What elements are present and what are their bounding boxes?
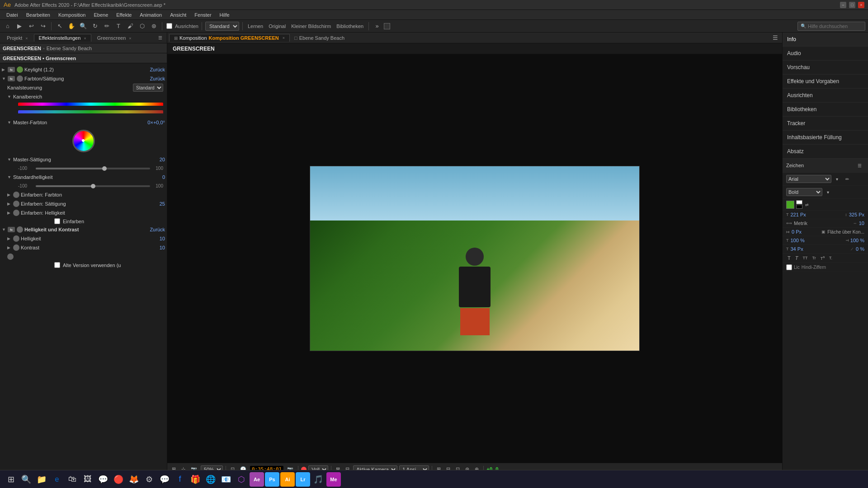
typo-TT[interactable]: TT <box>801 255 809 261</box>
fill-type[interactable]: Fläche über Kon... <box>827 230 864 235</box>
project-tab[interactable]: Projekt × <box>2 34 33 42</box>
font-edit-btn[interactable]: ✏ <box>842 174 852 184</box>
style-dropdown[interactable]: ▾ <box>824 187 831 197</box>
font-size-right[interactable]: 325 Px <box>849 212 864 217</box>
hue-wheel[interactable] <box>72 130 95 152</box>
standardhelligkeit-row[interactable]: ▼ Standardhelligkeit 0 <box>0 173 167 182</box>
farbton-reset[interactable]: Zurück <box>150 76 165 81</box>
menu-fenster[interactable]: Fenster <box>191 11 215 19</box>
home-button[interactable]: ⌂ <box>3 21 13 31</box>
rotate-tool[interactable]: ↻ <box>90 21 100 31</box>
typo-T4[interactable]: T. <box>828 255 834 261</box>
kontrast-value[interactable]: 10 <box>160 245 165 250</box>
right-bibliotheken[interactable]: Bibliotheken <box>783 103 868 117</box>
kontrast-row[interactable]: ▶ Kontrast 10 <box>0 243 167 252</box>
metric-val[interactable]: Metrik <box>794 221 807 226</box>
typo-Tr[interactable]: Tr <box>811 255 817 261</box>
style-select[interactable]: Bold <box>786 188 822 196</box>
typo-T1[interactable]: T <box>786 255 792 261</box>
comp-main-tab[interactable]: ⊞ Komposition Komposition GREENSCREEN × <box>169 34 290 42</box>
typo-T2[interactable]: T <box>794 255 800 261</box>
menu-ebene[interactable]: Ebene <box>90 11 112 19</box>
helligkeit-kontrast-row[interactable]: ▼ fx Helligkeit und Kontrast Zurück <box>0 225 167 234</box>
taskbar-app3[interactable]: 🎁 <box>188 472 203 487</box>
fill-color[interactable] <box>786 201 794 209</box>
hue-wheel-container[interactable] <box>0 127 167 155</box>
taskbar-messenger[interactable]: 💬 <box>157 472 172 487</box>
libraries-label[interactable]: Bibliotheken <box>335 23 365 29</box>
toolbar-btn-3[interactable]: ↩ <box>26 21 36 31</box>
einfarben-farbton-row[interactable]: ▶ Einfarben: Farbton <box>0 190 167 199</box>
taskbar-firefox[interactable]: 🦊 <box>127 472 141 487</box>
taskbar-app2[interactable]: ⚙ <box>142 472 156 487</box>
taskbar-files[interactable]: 📁 <box>34 472 49 487</box>
kanalbereich-row[interactable]: ▼ Kanalbereich <box>0 92 167 101</box>
hk-reset[interactable]: Zurück <box>150 227 165 232</box>
taskbar-lr[interactable]: Lr <box>296 472 310 487</box>
text-tool[interactable]: T <box>113 21 123 31</box>
comp-tab-close[interactable]: × <box>283 36 285 40</box>
taskbar-windows[interactable]: ⊞ <box>4 472 18 487</box>
small-screen-label[interactable]: Kleiner Bildschirm <box>289 23 333 29</box>
menu-effekte[interactable]: Effekte <box>113 11 135 19</box>
effects-tab-close[interactable]: × <box>84 36 86 41</box>
preview-area[interactable] <box>167 54 782 463</box>
farbton-row[interactable]: ▼ fx Farbton/Sättigung Zurück <box>0 74 167 83</box>
select-tool[interactable]: ↖ <box>55 21 65 31</box>
brush-tool[interactable]: 🖌 <box>125 21 135 31</box>
einfarben-checkbox[interactable] <box>54 218 60 224</box>
toolbar-btn-2[interactable]: ▶ <box>14 21 24 31</box>
taskbar-photos[interactable]: 🖼 <box>80 472 95 487</box>
taskbar-search[interactable]: 🔍 <box>19 472 33 487</box>
original-label[interactable]: Original <box>267 23 288 29</box>
char-panel-menu[interactable]: ☰ <box>854 160 864 170</box>
taskbar-app5[interactable]: 🎵 <box>311 472 326 487</box>
keylight-reset[interactable]: Zurück <box>150 67 165 72</box>
taskbar-app4[interactable]: ⬡ <box>234 472 249 487</box>
taskbar-browser[interactable]: 🌐 <box>203 472 218 487</box>
project-tab-close[interactable]: × <box>25 36 28 41</box>
right-inhaltsbasiert[interactable]: Inhaltsbasierte Füllung <box>783 131 868 145</box>
menu-ansicht[interactable]: Ansicht <box>166 11 190 19</box>
taskbar-edge[interactable]: e <box>50 472 64 487</box>
taskbar-ai[interactable]: Ai <box>280 472 295 487</box>
master-sattigung-thumb[interactable] <box>102 166 107 171</box>
einfarben-sattigung-value[interactable]: 25 <box>160 201 165 206</box>
keylight-row[interactable]: ▶ fx Keylight (1.2) Zurück <box>0 65 167 74</box>
master-farbton-row[interactable]: ▼ Master-Farbton 0×+0,0° <box>0 118 167 127</box>
stroke-color-black[interactable] <box>796 205 802 209</box>
indent-val[interactable]: 0 Px <box>792 229 802 235</box>
learn-label[interactable]: Lernen <box>246 23 265 29</box>
menu-komposition[interactable]: Komposition <box>55 11 90 19</box>
swap-icon[interactable]: ⇄ <box>805 202 809 207</box>
taskbar-facebook[interactable]: f <box>173 472 187 487</box>
skew-val[interactable]: 0 % <box>856 246 864 252</box>
right-vorschau[interactable]: Vorschau <box>783 61 868 75</box>
font-select[interactable]: Arial <box>786 175 831 183</box>
taskbar-ps[interactable]: Ps <box>265 472 279 487</box>
panel-menu-btn[interactable]: ☰ <box>155 33 165 43</box>
right-info[interactable]: Info <box>783 33 868 47</box>
standardhelligkeit-track[interactable] <box>36 185 150 187</box>
master-farbton-value[interactable]: 0×+0,0° <box>147 120 165 125</box>
greenscreen-tab-close[interactable]: × <box>129 36 131 41</box>
master-sattigung-value[interactable]: 20 <box>160 157 165 162</box>
kanalsteuerung-select[interactable]: Standard <box>133 84 163 92</box>
font-dropdown[interactable]: ▾ <box>833 174 840 184</box>
workspace-select[interactable]: Standard <box>205 22 239 31</box>
menu-hilfe[interactable]: Hilfe <box>216 11 233 19</box>
puppet-tool[interactable]: ⊛ <box>149 21 159 31</box>
shape-tool[interactable]: ⬡ <box>137 21 147 31</box>
alte-version-checkbox[interactable] <box>54 262 60 268</box>
effects-tab[interactable]: Effekteinstellungen × <box>34 34 91 42</box>
taskbar-whatsapp[interactable]: 💬 <box>96 472 110 487</box>
taskbar-app1[interactable]: 🔴 <box>111 472 126 487</box>
zoom-tool[interactable]: 🔍 <box>78 21 88 31</box>
taskbar-store[interactable]: 🛍 <box>65 472 80 487</box>
helligkeit-row[interactable]: ▶ Helligkeit 10 <box>0 234 167 243</box>
expand-toolbar[interactable]: » <box>372 21 382 31</box>
baseline-val[interactable]: 34 Px <box>791 246 803 252</box>
toolbar-btn-4[interactable]: ↪ <box>38 21 48 31</box>
einfarben-sattigung-row[interactable]: ▶ Einfarben: Sättigung 25 <box>0 199 167 208</box>
close-button[interactable]: × <box>858 2 864 8</box>
